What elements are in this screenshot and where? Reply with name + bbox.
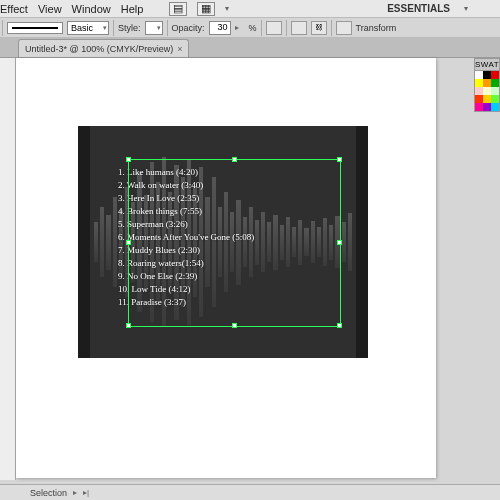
- swatch[interactable]: [475, 79, 483, 87]
- recolor-icon[interactable]: [266, 21, 282, 35]
- selection-handle[interactable]: [232, 157, 237, 162]
- selection-handle[interactable]: [232, 323, 237, 328]
- document-tab[interactable]: Untitled-3* @ 100% (CMYK/Preview) ×: [18, 39, 189, 57]
- workspace: 1. Like humans (4:20)2. Walk on water (3…: [0, 58, 500, 480]
- swatch[interactable]: [491, 95, 499, 103]
- menu-effect[interactable]: Effect: [0, 3, 28, 15]
- transform-icon[interactable]: [336, 21, 352, 35]
- swatch-grid[interactable]: [475, 71, 499, 111]
- cd-spine-right: [356, 126, 368, 358]
- status-bar: Selection ▸ ▸|: [0, 484, 500, 500]
- swatches-title: SWAT: [475, 59, 499, 71]
- swatch[interactable]: [475, 87, 483, 95]
- transform-label[interactable]: Transform: [356, 23, 397, 33]
- opacity-label: Opacity:: [172, 23, 205, 33]
- cd-spine-left: [78, 126, 90, 358]
- canvas[interactable]: 1. Like humans (4:20)2. Walk on water (3…: [16, 58, 500, 480]
- swatch[interactable]: [491, 71, 499, 79]
- swatches-panel[interactable]: SWAT: [474, 58, 500, 112]
- ruler-vertical: [0, 58, 16, 480]
- swatch[interactable]: [483, 79, 491, 87]
- swatch[interactable]: [483, 87, 491, 95]
- chevron-down-icon[interactable]: ▸: [235, 23, 245, 33]
- swatch[interactable]: [475, 71, 483, 79]
- selection-handle[interactable]: [337, 157, 342, 162]
- artboard: 1. Like humans (4:20)2. Walk on water (3…: [16, 58, 436, 478]
- selection-handle[interactable]: [126, 323, 131, 328]
- swatch[interactable]: [491, 79, 499, 87]
- swatch[interactable]: [491, 87, 499, 95]
- swatch[interactable]: [475, 95, 483, 103]
- align-icon[interactable]: [291, 21, 307, 35]
- menu-bar: Effect View Window Help ▤ ▦ ▾ ESSENTIALS…: [0, 0, 500, 18]
- status-tool: Selection: [30, 488, 67, 498]
- control-bar: Basic Style: Opacity: 30 ▸ % ⛓ Transform: [0, 18, 500, 38]
- stroke-preview[interactable]: [7, 22, 63, 34]
- swatch[interactable]: [491, 103, 499, 111]
- menu-view[interactable]: View: [38, 3, 62, 15]
- swatch[interactable]: [483, 103, 491, 111]
- stroke-profile-select[interactable]: Basic: [67, 21, 109, 35]
- menu-help[interactable]: Help: [121, 3, 144, 15]
- layout-icon[interactable]: ▤: [169, 2, 187, 16]
- selection-handle[interactable]: [126, 157, 131, 162]
- selection-handle[interactable]: [337, 240, 342, 245]
- style-select[interactable]: [145, 21, 163, 35]
- workspace-switcher[interactable]: ESSENTIALS: [387, 3, 450, 14]
- link-icon[interactable]: ⛓: [311, 21, 327, 35]
- swatch[interactable]: [475, 103, 483, 111]
- document-tab-title: Untitled-3* @ 100% (CMYK/Preview): [25, 44, 173, 54]
- status-arrow-icon[interactable]: ▸|: [83, 488, 89, 497]
- opacity-input[interactable]: 30: [209, 21, 231, 35]
- menu-window[interactable]: Window: [72, 3, 111, 15]
- style-label: Style:: [118, 23, 141, 33]
- status-arrow-icon[interactable]: ▸: [73, 488, 77, 497]
- selection-box[interactable]: [128, 159, 341, 327]
- document-tab-bar: Untitled-3* @ 100% (CMYK/Preview) ×: [0, 38, 500, 58]
- selection-handle[interactable]: [337, 323, 342, 328]
- chevron-down-icon[interactable]: ▾: [464, 4, 474, 14]
- chevron-down-icon[interactable]: ▾: [225, 4, 235, 14]
- close-icon[interactable]: ×: [177, 44, 182, 54]
- doc-icon[interactable]: ▦: [197, 2, 215, 16]
- selection-handle[interactable]: [126, 240, 131, 245]
- swatch[interactable]: [483, 71, 491, 79]
- percent-label: %: [249, 23, 257, 33]
- swatch[interactable]: [483, 95, 491, 103]
